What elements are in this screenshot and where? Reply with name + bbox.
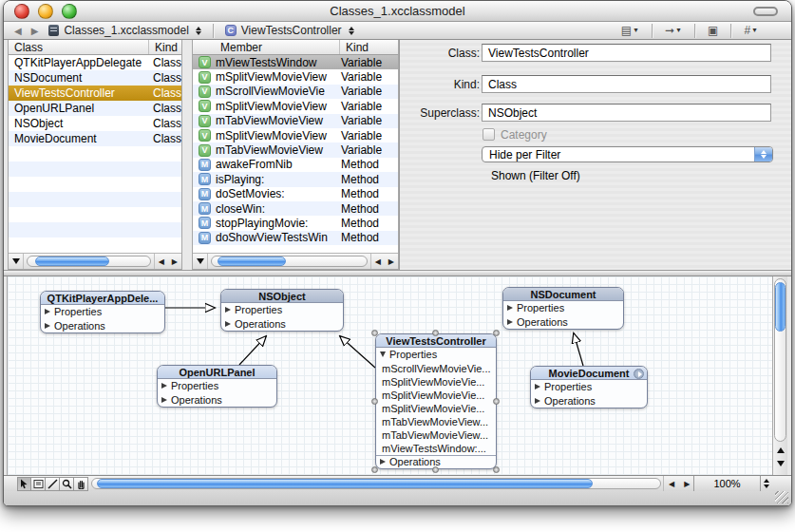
- disclosure-triangle-down-icon[interactable]: [380, 352, 386, 357]
- disclosure-triangle-icon[interactable]: [45, 309, 50, 314]
- member-row[interactable]: VmScrollViewMovieVieVariable: [193, 85, 398, 99]
- horizontal-splitter[interactable]: [4, 270, 791, 276]
- pane-menu-button[interactable]: [193, 254, 208, 269]
- scrollbar-track[interactable]: [27, 256, 151, 267]
- disclosure-triangle-icon[interactable]: [161, 397, 167, 403]
- diagram-box-nsobject[interactable]: NSObject Properties Operations: [220, 289, 344, 332]
- diagram-member-row[interactable]: mViewTestsWindow:...: [376, 442, 496, 455]
- column-header-kind[interactable]: Kind: [148, 40, 181, 54]
- member-row[interactable]: VmTabViewMovieViewVariable: [193, 142, 398, 157]
- disclosure-triangle-icon[interactable]: [507, 319, 513, 325]
- member-row[interactable]: MdoSetMovies:Method: [193, 187, 398, 201]
- pages-menu-button[interactable]: ▤▼: [615, 25, 646, 36]
- scrollbar-track[interactable]: [211, 256, 368, 267]
- diagram-box-moviedocument[interactable]: MovieDocument Properties Operations: [530, 366, 648, 408]
- disclosure-triangle-icon[interactable]: [507, 305, 513, 311]
- scroll-left-button[interactable]: ◀: [155, 257, 168, 266]
- class-field[interactable]: ViewTestsController: [482, 44, 771, 62]
- disclosure-triangle-icon[interactable]: [535, 384, 540, 390]
- operations-row[interactable]: Operations: [531, 394, 647, 408]
- selection-handle[interactable]: [432, 330, 439, 336]
- line-tool-button[interactable]: [46, 477, 60, 491]
- pointer-tool-button[interactable]: [17, 477, 31, 491]
- member-row[interactable]: MisPlaying:Method: [193, 172, 398, 186]
- properties-row-expanded[interactable]: Properties: [376, 348, 496, 362]
- selection-handle[interactable]: [493, 330, 500, 336]
- scrollbar-thumb[interactable]: [218, 256, 286, 266]
- disclosure-triangle-icon[interactable]: [45, 323, 50, 329]
- disclosure-triangle-icon[interactable]: [225, 321, 231, 327]
- scrollbar-thumb[interactable]: [97, 479, 593, 488]
- column-header-class[interactable]: Class: [9, 40, 148, 54]
- class-diagram-canvas[interactable]: QTKitPlayerAppDele... Properties Operati…: [7, 276, 772, 475]
- filter-popup[interactable]: Hide per Filter: [482, 146, 773, 162]
- selection-handle[interactable]: [493, 398, 500, 405]
- diagram-hscrollbar[interactable]: [91, 478, 661, 489]
- operations-row[interactable]: Operations: [41, 319, 164, 333]
- scroll-right-button[interactable]: ▶: [168, 257, 181, 266]
- disclosure-triangle-icon[interactable]: [380, 459, 386, 465]
- note-tool-button[interactable]: [31, 477, 46, 491]
- diagram-member-row[interactable]: mTabViewMovieView...: [376, 428, 496, 442]
- properties-row[interactable]: Properties: [41, 305, 164, 319]
- scrollbar-thumb[interactable]: [775, 282, 786, 332]
- diagram-member-row[interactable]: mScrollViewMovieVie...: [376, 362, 496, 375]
- properties-row[interactable]: Properties: [503, 301, 623, 315]
- zoom-tool-button[interactable]: [60, 477, 74, 491]
- category-checkbox[interactable]: [483, 128, 495, 141]
- member-row[interactable]: McloseWin:Method: [193, 201, 398, 216]
- operations-row[interactable]: Operations: [221, 317, 343, 332]
- scrollbar-track[interactable]: [774, 278, 786, 442]
- class-row[interactable]: OpenURLPanelClass: [9, 101, 181, 116]
- member-row[interactable]: MawakeFromNibMethod: [193, 158, 398, 172]
- member-row[interactable]: VmTabViewMovieViewVariable: [193, 114, 398, 128]
- zoom-stepper[interactable]: [760, 476, 772, 491]
- selection-handle[interactable]: [371, 330, 378, 336]
- member-row[interactable]: MdoShowViewTestsWinMethod: [193, 231, 398, 245]
- scroll-right-button[interactable]: ▶: [385, 257, 398, 266]
- class-row[interactable]: MovieDocumentClass: [9, 131, 181, 146]
- diagram-member-row[interactable]: mSplitViewMovieVie...: [376, 389, 496, 402]
- class-row-selected[interactable]: ViewTestsControllerClass: [9, 86, 181, 101]
- diagram-box-nsdocument[interactable]: NSDocument Properties Operations: [502, 287, 624, 330]
- diagram-member-row[interactable]: mTabViewMovieView...: [376, 415, 496, 428]
- properties-row[interactable]: Properties: [158, 379, 276, 393]
- scroll-down-button[interactable]: [773, 457, 787, 470]
- hand-tool-button[interactable]: [74, 477, 88, 491]
- superclass-field[interactable]: NSObject: [482, 104, 771, 122]
- diagram-member-row[interactable]: mSplitViewMovieVie...: [376, 375, 496, 389]
- disclosure-triangle-icon[interactable]: [535, 398, 540, 404]
- member-row[interactable]: VmSplitViewMovieViewVariable: [193, 69, 398, 84]
- toolbar-toggle-button[interactable]: [753, 7, 778, 16]
- back-button[interactable]: ◀: [9, 26, 27, 36]
- copy-button[interactable]: ▣: [701, 25, 725, 36]
- member-row[interactable]: MstopPlayingMovie:Method: [193, 216, 398, 230]
- model-file-popup[interactable]: Classes_1.xcclassmodel: [43, 22, 206, 39]
- diagram-box-qtkitplayerappdelegate[interactable]: QTKitPlayerAppDele... Properties Operati…: [40, 291, 165, 333]
- class-row[interactable]: NSObjectClass: [9, 116, 181, 131]
- arrow-menu-button[interactable]: ➞▼: [658, 25, 689, 36]
- operations-row[interactable]: Operations: [503, 315, 623, 330]
- hash-menu-button[interactable]: #▼: [737, 25, 765, 36]
- diagram-box-openurlpanel[interactable]: OpenURLPanel Properties Operations: [157, 365, 277, 408]
- pane-menu-button[interactable]: [9, 254, 24, 269]
- scrollbar-thumb[interactable]: [35, 256, 109, 266]
- column-header-member[interactable]: Member: [193, 40, 339, 54]
- operations-row[interactable]: Operations: [158, 393, 276, 408]
- member-row[interactable]: VmSplitViewMovieViewVariable: [193, 128, 398, 142]
- class-popup[interactable]: C ViewTestsController: [219, 22, 360, 39]
- class-row[interactable]: NSDocumentClass: [9, 70, 181, 86]
- disclosure-triangle-icon[interactable]: [225, 307, 231, 313]
- disclosure-triangle-icon[interactable]: [161, 383, 167, 389]
- title-bar[interactable]: Classes_1.xcclassmodel: [4, 1, 791, 22]
- resize-grip[interactable]: [775, 491, 788, 504]
- scroll-left-button[interactable]: ◀: [664, 480, 679, 488]
- class-row[interactable]: QTKitPlayerAppDelegateClass: [9, 55, 181, 70]
- selection-handle[interactable]: [371, 466, 378, 473]
- selection-handle[interactable]: [432, 466, 439, 473]
- scroll-left-button[interactable]: ◀: [371, 257, 385, 266]
- kind-field[interactable]: Class: [482, 75, 771, 93]
- scroll-right-button[interactable]: ▶: [679, 480, 694, 488]
- navigate-circle-icon[interactable]: [634, 369, 644, 379]
- member-row-selected[interactable]: VmViewTestsWindowVariable: [193, 55, 398, 69]
